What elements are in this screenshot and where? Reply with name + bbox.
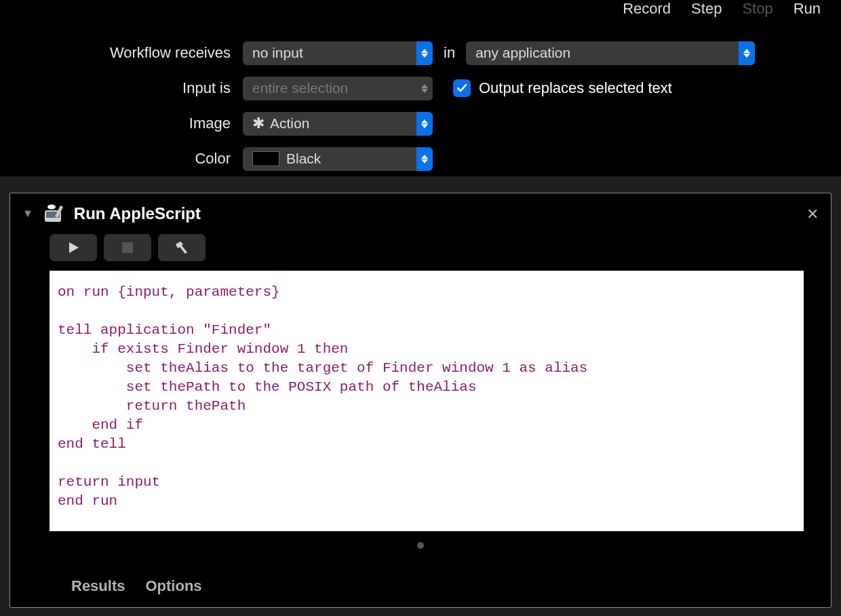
script-toolbar [10,230,831,271]
workflow-receives-value: no input [252,45,310,61]
stop-script-button[interactable] [104,234,151,261]
disclosure-triangle-icon[interactable]: ▼ [22,208,33,220]
svg-marker-6 [421,119,428,123]
svg-point-12 [47,205,56,210]
image-label: Image [0,115,243,132]
svg-marker-2 [743,49,750,53]
action-header[interactable]: ▼ Run AppleScript ✕ [10,193,831,230]
image-select[interactable]: ✱ Action [243,112,433,136]
workflow-receives-label: Workflow receives [0,44,243,62]
svg-marker-4 [421,84,428,88]
resize-handle-icon[interactable] [417,542,424,549]
record-button[interactable]: Record [623,0,671,14]
svg-marker-3 [743,54,750,58]
applescript-icon [43,203,64,225]
color-label: Color [0,150,243,168]
svg-marker-1 [421,54,428,58]
color-select[interactable]: Black [243,147,433,171]
svg-marker-0 [421,49,428,53]
svg-marker-9 [421,159,428,163]
chevron-updown-icon [416,147,433,171]
results-tab[interactable]: Results [71,577,125,595]
close-icon[interactable]: ✕ [806,206,819,223]
workflow-receives-select[interactable]: no input [243,41,433,65]
input-is-select: entire selection [243,77,433,100]
hammer-icon [174,240,190,255]
stop-icon [121,242,134,254]
step-button[interactable]: Step [691,0,722,14]
action-footer: Results Options [10,565,831,607]
chevron-updown-icon [739,41,755,65]
workflow-config: Workflow receives no input in any applic… [0,28,841,183]
main-toolbar: Record Step Stop Run [623,0,821,14]
play-button[interactable] [50,234,97,261]
chevron-updown-icon [416,112,433,136]
image-value: Action [270,115,316,132]
chevron-updown-icon [416,77,433,100]
play-icon [66,240,81,255]
input-is-value: entire selection [252,80,355,96]
color-swatch [252,151,279,166]
script-editor[interactable]: on run {input, parameters} tell applicat… [50,271,804,531]
application-select[interactable]: any application [466,41,755,65]
stop-button: Stop [742,0,772,14]
in-label: in [433,44,466,62]
svg-rect-14 [122,242,133,253]
color-value: Black [286,151,328,167]
output-replaces-checkbox[interactable] [453,79,471,97]
svg-marker-13 [69,242,79,253]
svg-marker-8 [421,155,428,159]
application-value: any application [475,45,577,61]
options-tab[interactable]: Options [145,577,201,595]
run-applescript-action[interactable]: ▼ Run AppleScript ✕ [9,193,832,608]
run-button[interactable]: Run [794,0,821,14]
svg-marker-7 [421,124,428,128]
svg-marker-5 [421,89,428,93]
compile-button[interactable] [158,234,206,261]
workflow-canvas: ▼ Run AppleScript ✕ [0,176,841,616]
input-is-label: Input is [0,79,243,97]
gear-icon: ✱ [252,115,265,132]
output-replaces-label: Output replaces selected text [479,79,672,97]
chevron-updown-icon [416,41,433,65]
check-icon [456,83,467,94]
action-title: Run AppleScript [74,204,201,223]
